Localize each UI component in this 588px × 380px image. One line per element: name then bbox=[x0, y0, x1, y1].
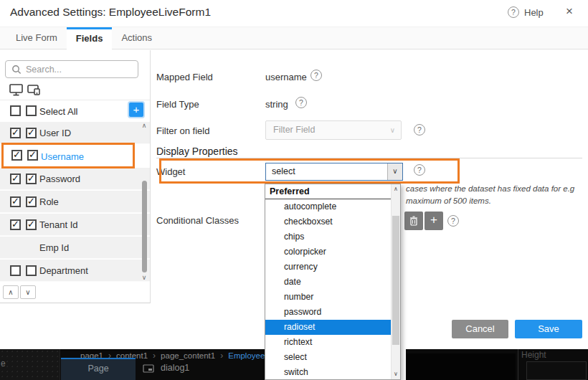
dialog-title: Advanced Settings: EmployeeLiveForm1 bbox=[10, 6, 211, 19]
tab-live-form[interactable]: Live Form bbox=[6, 27, 67, 49]
dropdown-option-highlighted[interactable]: radioset bbox=[265, 320, 391, 335]
trash-icon bbox=[409, 216, 418, 226]
chevron-right-icon: › bbox=[215, 351, 228, 361]
dropdown-option[interactable]: currency bbox=[265, 260, 391, 275]
dropdown-option[interactable]: richtext bbox=[265, 335, 391, 350]
sidebar-scrollbar[interactable]: ∧ ∨ bbox=[139, 122, 149, 282]
widget-select[interactable]: select ∨ bbox=[265, 163, 403, 181]
select-all-mobile-checkbox[interactable] bbox=[26, 105, 37, 116]
field-row-department[interactable]: Department bbox=[0, 260, 150, 282]
height-input[interactable] bbox=[526, 361, 587, 380]
help-icon[interactable]: ? bbox=[447, 215, 459, 227]
field-row-tenant-id[interactable]: Tenant Id bbox=[0, 214, 150, 236]
move-field-up-button[interactable]: ∧ bbox=[3, 285, 19, 299]
field-label: Tenant Id bbox=[39, 219, 78, 230]
scroll-up-icon[interactable]: ∧ bbox=[139, 122, 149, 130]
move-field-down-button[interactable]: ∨ bbox=[20, 285, 36, 299]
canvas-white-edge bbox=[401, 349, 406, 380]
help-icon[interactable]: ? bbox=[310, 70, 322, 81]
add-field-button[interactable]: + bbox=[129, 103, 143, 117]
search-box bbox=[5, 60, 138, 78]
dialog1-tab[interactable]: dialog1 bbox=[161, 363, 189, 373]
chevron-down-icon[interactable]: ∨ bbox=[387, 163, 402, 180]
select-all-row: Select All + bbox=[0, 101, 150, 123]
field-label: Emp Id bbox=[39, 242, 69, 253]
save-button[interactable]: Save bbox=[515, 320, 582, 338]
web-checkbox[interactable] bbox=[10, 128, 21, 138]
clipped-text-fragment: e bbox=[1, 358, 6, 369]
web-checkbox[interactable] bbox=[11, 150, 22, 161]
field-row-username-selected[interactable]: Username bbox=[1, 143, 135, 168]
field-label: Password bbox=[39, 174, 80, 184]
select-all-web-checkbox[interactable] bbox=[10, 105, 21, 116]
screen: Advanced Settings: EmployeeLiveForm1 ? H… bbox=[0, 0, 588, 380]
field-row-emp-id[interactable]: Emp Id bbox=[0, 237, 150, 259]
web-checkbox[interactable] bbox=[10, 196, 21, 207]
dropdown-option[interactable]: checkboxset bbox=[265, 214, 391, 229]
mobile-checkbox[interactable] bbox=[27, 150, 38, 161]
dialog-window-icon[interactable] bbox=[143, 363, 154, 376]
breadcrumb-item[interactable]: page_content1 bbox=[161, 351, 215, 360]
search-icon bbox=[11, 65, 22, 77]
dropdown-option[interactable]: select bbox=[265, 350, 391, 365]
help-icon[interactable]: ? bbox=[295, 97, 307, 108]
close-icon[interactable]: × bbox=[566, 4, 573, 19]
field-label: User ID bbox=[39, 128, 71, 138]
scroll-up-icon[interactable]: ∧ bbox=[392, 184, 400, 194]
filter-field-placeholder: Filter Field bbox=[273, 125, 315, 135]
dropdown-option[interactable]: autocomplete bbox=[265, 199, 391, 214]
dropdown-option[interactable]: password bbox=[265, 305, 391, 320]
web-checkbox[interactable] bbox=[10, 174, 21, 184]
filter-on-field-label: Filter on field bbox=[156, 125, 209, 136]
mobile-devices-icon[interactable] bbox=[27, 83, 42, 100]
mobile-checkbox[interactable] bbox=[26, 196, 37, 207]
web-checkbox[interactable] bbox=[10, 265, 21, 276]
section-divider bbox=[156, 158, 582, 158]
dropdown-option[interactable]: switch bbox=[265, 365, 391, 380]
scrollbar-thumb[interactable] bbox=[142, 181, 147, 272]
dropdown-option[interactable]: number bbox=[265, 290, 391, 305]
help-icon[interactable]: ? bbox=[414, 164, 425, 176]
mobile-checkbox[interactable] bbox=[26, 265, 37, 276]
add-class-button[interactable]: + bbox=[425, 212, 443, 230]
field-row-password[interactable]: Password bbox=[0, 168, 150, 190]
desktop-icon[interactable] bbox=[9, 83, 24, 100]
canvas-black-panel bbox=[407, 353, 516, 380]
field-label: Role bbox=[39, 196, 59, 207]
breadcrumb-item-active[interactable]: Employee bbox=[228, 351, 265, 360]
mapped-field-label: Mapped Field bbox=[156, 72, 213, 82]
scroll-down-icon[interactable]: ∨ bbox=[392, 369, 400, 379]
dropdown-group-header: Preferred bbox=[265, 184, 391, 199]
search-input[interactable] bbox=[26, 62, 133, 77]
help-icon[interactable]: ? bbox=[414, 124, 425, 136]
mobile-checkbox[interactable] bbox=[26, 128, 37, 138]
mobile-checkbox[interactable] bbox=[26, 174, 37, 184]
widget-dropdown-list: Preferred autocomplete checkboxset chips… bbox=[265, 184, 401, 380]
mapped-field-value: username bbox=[265, 72, 307, 82]
dropdown-scrollbar[interactable]: ∧ ∨ bbox=[391, 184, 400, 379]
help-button[interactable]: ? Help bbox=[508, 6, 544, 18]
cancel-button[interactable]: Cancel bbox=[452, 320, 508, 338]
panel-divider bbox=[518, 349, 518, 380]
help-icon[interactable]: ? bbox=[508, 6, 519, 18]
web-checkbox[interactable] bbox=[10, 219, 21, 230]
conditional-classes-label: Conditional Classes bbox=[156, 215, 239, 226]
field-row-user-id[interactable]: User ID bbox=[0, 122, 150, 144]
widget-select-value: select bbox=[272, 166, 295, 176]
filter-field-select[interactable]: Filter Field ∨ bbox=[265, 120, 402, 140]
tab-fields[interactable]: Fields bbox=[67, 27, 113, 49]
tab-actions[interactable]: Actions bbox=[112, 27, 161, 49]
field-row-role[interactable]: Role bbox=[0, 191, 150, 213]
tab-bar: Live Form Fields Actions bbox=[0, 27, 588, 49]
dropdown-option[interactable]: chips bbox=[265, 229, 391, 244]
scroll-down-icon[interactable]: ∨ bbox=[139, 274, 149, 282]
display-properties-heading: Display Properties bbox=[156, 146, 238, 157]
delete-class-button[interactable] bbox=[404, 212, 423, 230]
scrollbar-thumb[interactable] bbox=[392, 216, 399, 345]
dropdown-option[interactable]: date bbox=[265, 275, 391, 290]
help-label: Help bbox=[524, 7, 544, 18]
chevron-right-icon: › bbox=[148, 351, 161, 361]
dropdown-option[interactable]: colorpicker bbox=[265, 244, 391, 260]
page-tab[interactable]: Page bbox=[61, 358, 136, 380]
mobile-checkbox[interactable] bbox=[26, 219, 37, 230]
